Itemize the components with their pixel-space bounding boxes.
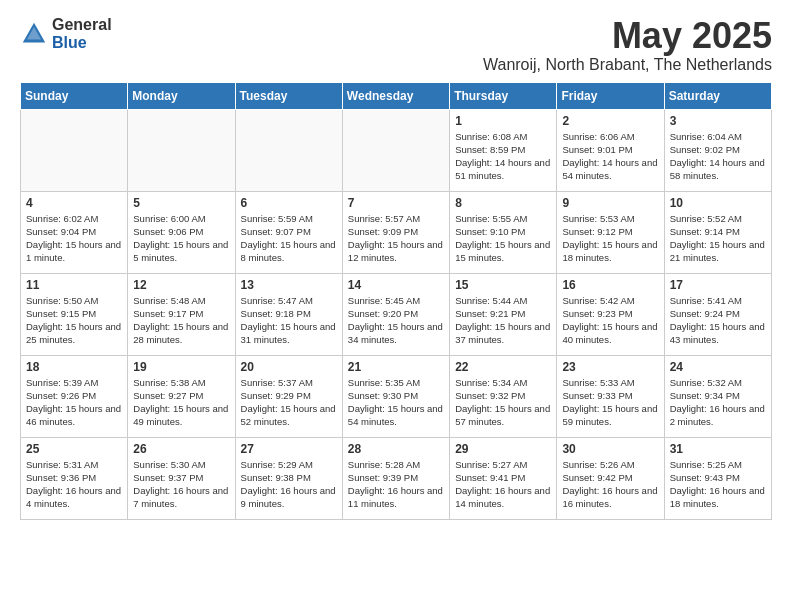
calendar-cell: 20Sunrise: 5:37 AM Sunset: 9:29 PM Dayli… xyxy=(235,355,342,437)
calendar-cell: 25Sunrise: 5:31 AM Sunset: 9:36 PM Dayli… xyxy=(21,437,128,519)
day-number: 23 xyxy=(562,360,658,374)
logo-icon xyxy=(20,20,48,48)
day-number: 24 xyxy=(670,360,766,374)
calendar-cell: 10Sunrise: 5:52 AM Sunset: 9:14 PM Dayli… xyxy=(664,191,771,273)
day-number: 2 xyxy=(562,114,658,128)
header-saturday: Saturday xyxy=(664,82,771,109)
day-number: 28 xyxy=(348,442,444,456)
calendar-wrap: Sunday Monday Tuesday Wednesday Thursday… xyxy=(0,82,792,530)
calendar-cell: 13Sunrise: 5:47 AM Sunset: 9:18 PM Dayli… xyxy=(235,273,342,355)
day-info: Sunrise: 5:25 AM Sunset: 9:43 PM Dayligh… xyxy=(670,458,766,511)
day-info: Sunrise: 5:29 AM Sunset: 9:38 PM Dayligh… xyxy=(241,458,337,511)
day-info: Sunrise: 5:37 AM Sunset: 9:29 PM Dayligh… xyxy=(241,376,337,429)
day-info: Sunrise: 6:08 AM Sunset: 8:59 PM Dayligh… xyxy=(455,130,551,183)
day-info: Sunrise: 5:48 AM Sunset: 9:17 PM Dayligh… xyxy=(133,294,229,347)
page-header: General Blue May 2025 Wanroij, North Bra… xyxy=(0,0,792,82)
calendar-cell xyxy=(128,109,235,191)
day-number: 17 xyxy=(670,278,766,292)
header-tuesday: Tuesday xyxy=(235,82,342,109)
calendar-cell: 11Sunrise: 5:50 AM Sunset: 9:15 PM Dayli… xyxy=(21,273,128,355)
day-info: Sunrise: 6:00 AM Sunset: 9:06 PM Dayligh… xyxy=(133,212,229,265)
day-number: 16 xyxy=(562,278,658,292)
day-number: 31 xyxy=(670,442,766,456)
day-info: Sunrise: 5:31 AM Sunset: 9:36 PM Dayligh… xyxy=(26,458,122,511)
day-info: Sunrise: 5:38 AM Sunset: 9:27 PM Dayligh… xyxy=(133,376,229,429)
calendar-cell xyxy=(235,109,342,191)
calendar-cell: 15Sunrise: 5:44 AM Sunset: 9:21 PM Dayli… xyxy=(450,273,557,355)
calendar-cell: 28Sunrise: 5:28 AM Sunset: 9:39 PM Dayli… xyxy=(342,437,449,519)
day-info: Sunrise: 5:52 AM Sunset: 9:14 PM Dayligh… xyxy=(670,212,766,265)
day-info: Sunrise: 5:35 AM Sunset: 9:30 PM Dayligh… xyxy=(348,376,444,429)
header-monday: Monday xyxy=(128,82,235,109)
day-info: Sunrise: 5:27 AM Sunset: 9:41 PM Dayligh… xyxy=(455,458,551,511)
calendar-week-row: 18Sunrise: 5:39 AM Sunset: 9:26 PM Dayli… xyxy=(21,355,772,437)
day-number: 11 xyxy=(26,278,122,292)
calendar-cell xyxy=(342,109,449,191)
day-number: 9 xyxy=(562,196,658,210)
day-info: Sunrise: 5:26 AM Sunset: 9:42 PM Dayligh… xyxy=(562,458,658,511)
day-number: 8 xyxy=(455,196,551,210)
day-number: 27 xyxy=(241,442,337,456)
calendar-cell: 31Sunrise: 5:25 AM Sunset: 9:43 PM Dayli… xyxy=(664,437,771,519)
calendar-week-row: 4Sunrise: 6:02 AM Sunset: 9:04 PM Daylig… xyxy=(21,191,772,273)
day-number: 26 xyxy=(133,442,229,456)
calendar-cell: 21Sunrise: 5:35 AM Sunset: 9:30 PM Dayli… xyxy=(342,355,449,437)
calendar-cell: 16Sunrise: 5:42 AM Sunset: 9:23 PM Dayli… xyxy=(557,273,664,355)
day-number: 21 xyxy=(348,360,444,374)
calendar-cell: 2Sunrise: 6:06 AM Sunset: 9:01 PM Daylig… xyxy=(557,109,664,191)
calendar-cell: 24Sunrise: 5:32 AM Sunset: 9:34 PM Dayli… xyxy=(664,355,771,437)
calendar-table: Sunday Monday Tuesday Wednesday Thursday… xyxy=(20,82,772,520)
day-info: Sunrise: 5:34 AM Sunset: 9:32 PM Dayligh… xyxy=(455,376,551,429)
calendar-cell: 30Sunrise: 5:26 AM Sunset: 9:42 PM Dayli… xyxy=(557,437,664,519)
day-info: Sunrise: 6:04 AM Sunset: 9:02 PM Dayligh… xyxy=(670,130,766,183)
month-title: May 2025 xyxy=(483,16,772,56)
day-number: 7 xyxy=(348,196,444,210)
calendar-week-row: 11Sunrise: 5:50 AM Sunset: 9:15 PM Dayli… xyxy=(21,273,772,355)
calendar-cell xyxy=(21,109,128,191)
calendar-cell: 1Sunrise: 6:08 AM Sunset: 8:59 PM Daylig… xyxy=(450,109,557,191)
calendar-cell: 29Sunrise: 5:27 AM Sunset: 9:41 PM Dayli… xyxy=(450,437,557,519)
calendar-cell: 4Sunrise: 6:02 AM Sunset: 9:04 PM Daylig… xyxy=(21,191,128,273)
calendar-week-row: 1Sunrise: 6:08 AM Sunset: 8:59 PM Daylig… xyxy=(21,109,772,191)
location-title: Wanroij, North Brabant, The Netherlands xyxy=(483,56,772,74)
day-number: 10 xyxy=(670,196,766,210)
calendar-week-row: 25Sunrise: 5:31 AM Sunset: 9:36 PM Dayli… xyxy=(21,437,772,519)
header-thursday: Thursday xyxy=(450,82,557,109)
calendar-cell: 3Sunrise: 6:04 AM Sunset: 9:02 PM Daylig… xyxy=(664,109,771,191)
day-info: Sunrise: 5:59 AM Sunset: 9:07 PM Dayligh… xyxy=(241,212,337,265)
day-number: 25 xyxy=(26,442,122,456)
day-number: 13 xyxy=(241,278,337,292)
day-number: 18 xyxy=(26,360,122,374)
day-info: Sunrise: 5:42 AM Sunset: 9:23 PM Dayligh… xyxy=(562,294,658,347)
day-number: 4 xyxy=(26,196,122,210)
day-number: 29 xyxy=(455,442,551,456)
day-info: Sunrise: 5:55 AM Sunset: 9:10 PM Dayligh… xyxy=(455,212,551,265)
calendar-cell: 12Sunrise: 5:48 AM Sunset: 9:17 PM Dayli… xyxy=(128,273,235,355)
day-info: Sunrise: 6:02 AM Sunset: 9:04 PM Dayligh… xyxy=(26,212,122,265)
day-info: Sunrise: 5:50 AM Sunset: 9:15 PM Dayligh… xyxy=(26,294,122,347)
day-info: Sunrise: 5:33 AM Sunset: 9:33 PM Dayligh… xyxy=(562,376,658,429)
logo-blue-text: Blue xyxy=(52,34,112,52)
day-info: Sunrise: 5:57 AM Sunset: 9:09 PM Dayligh… xyxy=(348,212,444,265)
day-number: 12 xyxy=(133,278,229,292)
logo-general-text: General xyxy=(52,16,112,34)
day-number: 15 xyxy=(455,278,551,292)
header-sunday: Sunday xyxy=(21,82,128,109)
calendar-cell: 9Sunrise: 5:53 AM Sunset: 9:12 PM Daylig… xyxy=(557,191,664,273)
day-info: Sunrise: 5:47 AM Sunset: 9:18 PM Dayligh… xyxy=(241,294,337,347)
calendar-cell: 27Sunrise: 5:29 AM Sunset: 9:38 PM Dayli… xyxy=(235,437,342,519)
title-block: May 2025 Wanroij, North Brabant, The Net… xyxy=(483,16,772,74)
day-info: Sunrise: 5:32 AM Sunset: 9:34 PM Dayligh… xyxy=(670,376,766,429)
day-number: 19 xyxy=(133,360,229,374)
day-info: Sunrise: 6:06 AM Sunset: 9:01 PM Dayligh… xyxy=(562,130,658,183)
day-info: Sunrise: 5:30 AM Sunset: 9:37 PM Dayligh… xyxy=(133,458,229,511)
day-info: Sunrise: 5:45 AM Sunset: 9:20 PM Dayligh… xyxy=(348,294,444,347)
calendar-cell: 18Sunrise: 5:39 AM Sunset: 9:26 PM Dayli… xyxy=(21,355,128,437)
day-number: 6 xyxy=(241,196,337,210)
day-number: 22 xyxy=(455,360,551,374)
day-number: 1 xyxy=(455,114,551,128)
day-number: 30 xyxy=(562,442,658,456)
calendar-cell: 17Sunrise: 5:41 AM Sunset: 9:24 PM Dayli… xyxy=(664,273,771,355)
calendar-cell: 14Sunrise: 5:45 AM Sunset: 9:20 PM Dayli… xyxy=(342,273,449,355)
weekday-header-row: Sunday Monday Tuesday Wednesday Thursday… xyxy=(21,82,772,109)
